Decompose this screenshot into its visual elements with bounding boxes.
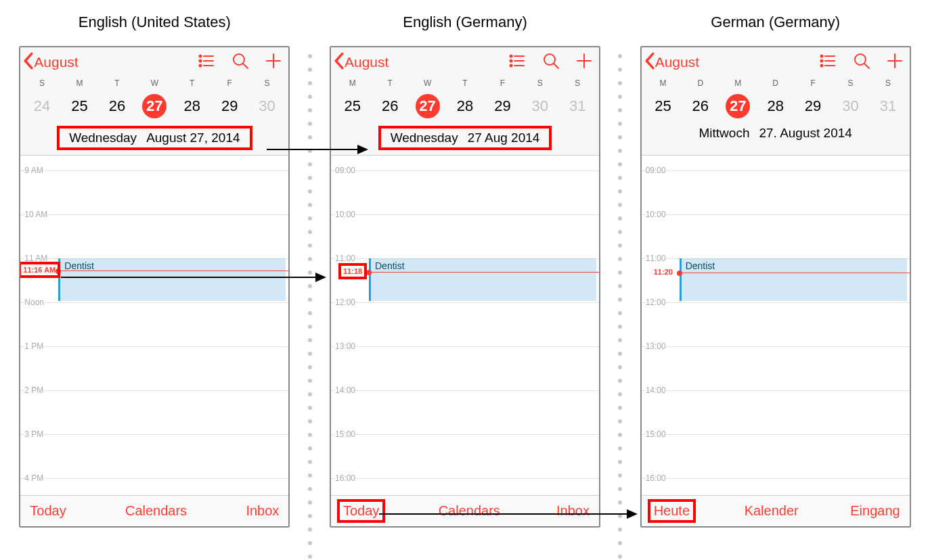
hour-label: 12:00 — [646, 298, 666, 307]
inbox-button[interactable]: Inbox — [556, 503, 590, 519]
list-icon — [819, 52, 837, 72]
search-button[interactable] — [853, 52, 870, 72]
search-button[interactable] — [542, 52, 560, 72]
weekday-letter: S — [869, 78, 906, 88]
chevron-left-icon — [23, 52, 34, 73]
hour-gridline: 14:00 — [642, 390, 910, 391]
arrow-time-format — [61, 277, 325, 278]
today-button[interactable]: Today — [340, 503, 382, 519]
weekday-label: Wednesday — [69, 131, 137, 145]
locale-label: German (Germany) — [711, 14, 840, 31]
date-label: 27 Aug 2014 — [468, 131, 540, 145]
add-event-button[interactable] — [887, 53, 903, 72]
calendars-button[interactable]: Calendars — [439, 503, 500, 519]
day-cell[interactable]: 28 — [446, 93, 483, 119]
hour-label: 09:00 — [335, 166, 355, 175]
day-cell[interactable]: 24 — [23, 93, 60, 119]
day-cell[interactable]: 31 — [869, 93, 906, 119]
hour-label: 09:00 — [646, 166, 666, 175]
calendars-button[interactable]: Kalender — [745, 503, 799, 519]
day-cell[interactable]: 29 — [484, 93, 521, 119]
svg-point-10 — [510, 55, 512, 57]
chevron-left-icon — [644, 52, 655, 73]
svg-point-22 — [820, 60, 822, 62]
svg-line-27 — [864, 64, 869, 68]
day-cell[interactable]: 25 — [644, 93, 682, 119]
day-cell[interactable]: 26 — [682, 93, 719, 119]
svg-point-0 — [200, 55, 202, 57]
day-cell[interactable]: 27 — [719, 93, 757, 119]
day-cell[interactable]: 30 — [248, 93, 286, 119]
search-icon — [542, 52, 560, 72]
day-cell[interactable]: 30 — [832, 93, 869, 119]
hour-gridline: 12:00 — [331, 302, 599, 303]
add-event-button[interactable] — [576, 53, 592, 72]
hour-gridline: 15:00 — [331, 434, 599, 435]
chevron-left-icon — [334, 52, 345, 73]
weekday-letter: S — [832, 78, 869, 88]
today-button[interactable]: Heute — [651, 503, 692, 519]
day-cell[interactable]: 28 — [173, 93, 211, 119]
day-timeline[interactable]: 09:0010:0011:0012:0013:0014:0015:0016:00… — [642, 156, 910, 495]
hour-gridline: Noon — [20, 302, 288, 303]
add-event-button[interactable] — [265, 53, 282, 72]
hour-label: 9 AM — [24, 166, 43, 175]
weekday-letter: M — [334, 78, 371, 88]
hour-gridline: 13:00 — [331, 346, 599, 347]
weekday-letter: M — [719, 78, 757, 88]
list-view-button[interactable] — [508, 52, 526, 72]
day-timeline[interactable]: 09:0010:0011:0012:0013:0014:0015:0016:00… — [331, 156, 599, 495]
hour-label: 12:00 — [335, 298, 355, 307]
list-view-button[interactable] — [198, 52, 215, 72]
inbox-button[interactable]: Eingang — [850, 503, 900, 519]
today-badge: 27 — [416, 94, 440, 118]
back-button[interactable]: August — [644, 52, 699, 73]
day-cell[interactable]: 29 — [794, 93, 831, 119]
hour-gridline: 13:00 — [642, 346, 910, 347]
weekday-letter: F — [211, 78, 248, 88]
day-cell[interactable]: 26 — [98, 93, 135, 119]
list-icon — [508, 52, 526, 72]
phone-frame: AugustSMTWTFS24252627282930WednesdayAugu… — [19, 46, 290, 528]
calendars-button[interactable]: Calendars — [125, 503, 187, 519]
back-button[interactable]: August — [23, 52, 78, 73]
day-timeline[interactable]: 9 AM10 AM11 AMNoon1 PM2 PM3 PM4 PMDentis… — [20, 156, 288, 495]
back-button[interactable]: August — [334, 52, 389, 73]
day-cell[interactable]: 30 — [521, 93, 558, 119]
svg-point-20 — [820, 55, 822, 57]
hour-label: 16:00 — [646, 473, 666, 483]
calendar-event[interactable]: Dentist — [680, 258, 907, 301]
weekday-letter: S — [23, 78, 60, 88]
arrow-date-format — [267, 149, 367, 150]
calendar-event[interactable]: Dentist — [369, 258, 596, 301]
day-cell[interactable]: 25 — [61, 93, 98, 119]
weekday-letter: M — [644, 78, 682, 88]
svg-point-14 — [510, 65, 512, 67]
weekday-letter: S — [521, 78, 558, 88]
today-button[interactable]: Today — [30, 503, 66, 519]
plus-icon — [265, 53, 282, 72]
day-cell[interactable]: 31 — [559, 93, 596, 119]
hour-label: 10:00 — [335, 210, 355, 219]
day-cell[interactable]: 28 — [757, 93, 794, 119]
hour-gridline: 3 PM — [20, 434, 288, 435]
inbox-button[interactable]: Inbox — [246, 503, 279, 519]
day-cell[interactable]: 27 — [409, 93, 446, 119]
hour-label: 11:00 — [335, 254, 355, 263]
svg-point-12 — [510, 60, 512, 62]
hour-gridline: 16:00 — [331, 478, 599, 479]
hour-gridline: 09:00 — [331, 170, 599, 171]
hour-gridline: 10 AM — [20, 214, 288, 215]
calendar-event[interactable]: Dentist — [58, 258, 286, 301]
hour-label: 14:00 — [335, 386, 355, 395]
day-cell[interactable]: 29 — [211, 93, 248, 119]
day-cell[interactable]: 25 — [334, 93, 371, 119]
locale-label: English (Germany) — [403, 14, 527, 31]
list-view-button[interactable] — [819, 52, 837, 72]
svg-line-17 — [554, 64, 558, 68]
day-cell[interactable]: 27 — [136, 93, 173, 119]
day-cell[interactable]: 26 — [371, 93, 408, 119]
hour-label: 11 AM — [24, 254, 47, 263]
weekday-letter: T — [371, 78, 408, 88]
search-button[interactable] — [231, 52, 249, 72]
